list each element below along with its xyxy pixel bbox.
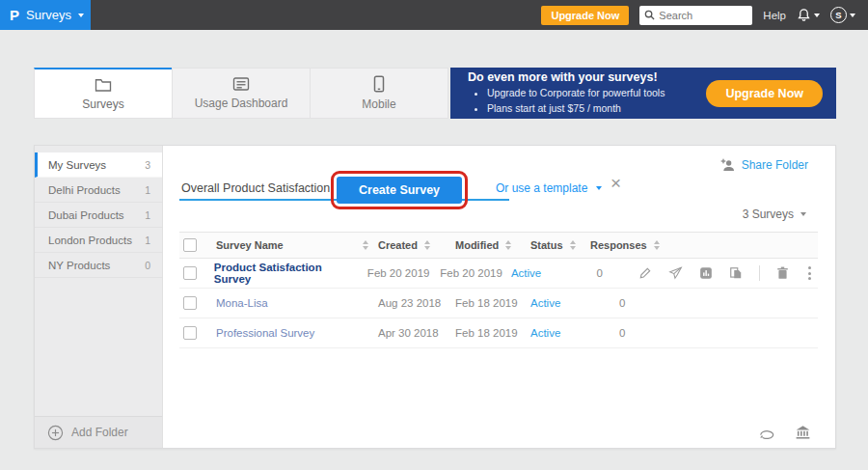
send-plane-icon[interactable] [668,266,683,280]
create-survey-button[interactable]: Create Survey [337,177,462,204]
folder-count: 1 [145,184,150,196]
status-link[interactable]: Active [530,297,560,309]
surveys-panel: My Surveys 3 Delhi Products 1 Dubai Prod… [34,145,836,449]
share-folder-button[interactable]: Share Folder [720,158,808,172]
banner-title: Do even more with your surveys! [468,70,665,84]
sidebar-item-dubai-products[interactable]: Dubai Products 1 [35,203,162,228]
tab-mobile[interactable]: Mobile [310,68,448,119]
tab-label: Usage Dashboard [195,97,288,110]
row-checkbox[interactable] [183,296,197,310]
survey-name-link[interactable]: Mona-Lisa [216,297,268,309]
folder-label: Dubai Products [48,209,124,221]
dashboard-icon [232,76,250,92]
add-folder-label: Add Folder [71,426,128,439]
sidebar-item-my-surveys[interactable]: My Surveys 3 [35,152,162,178]
share-folder-label: Share Folder [742,158,808,172]
sidebar-item-ny-products[interactable]: NY Products 0 [35,253,162,278]
sort-icon[interactable] [570,240,576,250]
app-switcher[interactable]: P Surveys [0,0,91,30]
modified-date: Feb 20 2019 [440,267,502,279]
responses-count: 0 [590,297,625,309]
tab-surveys[interactable]: Surveys [34,68,173,119]
annotation-highlight: Create Survey [331,171,468,209]
row-checkbox[interactable] [183,326,197,340]
copy-icon[interactable] [729,266,743,280]
use-template-label: Or use a template [496,181,587,195]
table-row: Product Satisfaction Survey Feb 20 2019 … [179,259,818,289]
survey-list-pane: Share Folder Create Survey Or use a temp… [163,146,835,448]
modified-date: Feb 18 2019 [455,297,518,309]
column-header-modified: Modified [455,239,499,251]
column-header-status: Status [530,239,563,251]
add-circle-icon [47,425,64,441]
avatar: S [830,7,847,23]
notifications-button[interactable] [797,8,820,22]
chevron-down-icon [850,14,855,17]
survey-name-link[interactable]: Product Satisfaction Survey [214,262,358,285]
delete-trash-icon[interactable] [776,266,789,280]
column-header-survey-name: Survey Name [216,239,284,251]
responses-count: 0 [567,267,602,279]
row-checkbox[interactable] [183,266,197,280]
folders-sidebar: My Surveys 3 Delhi Products 1 Dubai Prod… [35,146,163,448]
mobile-icon [373,75,385,93]
sidebar-item-delhi-products[interactable]: Delhi Products 1 [35,178,162,203]
surveys-count-label: 3 Surveys [743,207,794,221]
created-date: Apr 30 2018 [378,327,439,339]
folder-label: Delhi Products [48,184,121,196]
edit-pencil-icon[interactable] [638,266,652,280]
brand-logo: P [10,7,19,23]
top-navbar: P Surveys Upgrade Now Help S [0,0,868,30]
status-link[interactable]: Active [511,267,541,279]
folder-icon [95,77,112,93]
chevron-down-icon [800,212,806,216]
chevron-down-icon [78,14,84,17]
tab-label: Mobile [362,97,395,111]
column-header-created: Created [378,239,418,251]
sort-icon[interactable] [363,240,368,250]
banner-upgrade-button[interactable]: Upgrade Now [706,80,823,107]
table-header: Survey Name Created Modified Status Resp… [179,232,818,259]
folder-label: NY Products [48,260,110,271]
search-input[interactable] [659,10,747,21]
select-all-checkbox[interactable] [183,238,197,252]
help-link[interactable]: Help [763,10,786,21]
folder-count: 1 [145,235,150,246]
share-person-add-icon [720,158,736,172]
upgrade-now-button[interactable]: Upgrade Now [541,6,629,25]
created-date: Feb 20 2019 [367,267,430,279]
divider [759,265,760,281]
sort-icon[interactable] [505,240,511,250]
surveys-count-dropdown[interactable]: 3 Surveys [743,207,806,221]
banner-bullet: Plans start at just $75 / month [487,100,665,116]
search-box[interactable] [639,6,752,25]
bank-icon[interactable] [796,426,810,439]
folder-label: My Surveys [48,159,106,171]
tab-label: Surveys [82,97,123,111]
bell-icon [797,8,811,22]
tab-usage-dashboard[interactable]: Usage Dashboard [172,68,311,119]
created-date: Aug 23 2018 [378,297,441,309]
folder-count: 0 [145,260,150,271]
column-header-responses: Responses [590,239,647,251]
table-row: Professional Survey Apr 30 2018 Feb 18 2… [179,318,818,348]
sort-icon[interactable] [654,240,660,250]
status-link[interactable]: Active [530,327,560,339]
folder-label: London Products [48,235,132,246]
add-folder-button[interactable]: Add Folder [35,416,162,448]
more-vertical-icon[interactable] [805,266,814,280]
refresh-loop-icon[interactable] [758,426,774,439]
use-template-dropdown[interactable]: Or use a template [496,181,602,195]
survey-name-link[interactable]: Professional Survey [216,327,314,339]
sort-icon[interactable] [424,240,430,250]
chevron-down-icon [596,186,602,190]
table-row: Mona-Lisa Aug 23 2018 Feb 18 2019 Active… [179,289,818,318]
close-icon[interactable]: × [610,174,621,192]
folder-count: 3 [145,159,150,171]
account-menu[interactable]: S [830,7,855,23]
sidebar-item-london-products[interactable]: London Products 1 [35,228,162,253]
modified-date: Feb 18 2019 [455,327,518,339]
section-tabs: Surveys Usage Dashboard Mobile [34,68,448,119]
upgrade-banner: Do even more with your surveys! Upgrade … [450,68,836,119]
report-chart-icon[interactable] [699,266,713,280]
